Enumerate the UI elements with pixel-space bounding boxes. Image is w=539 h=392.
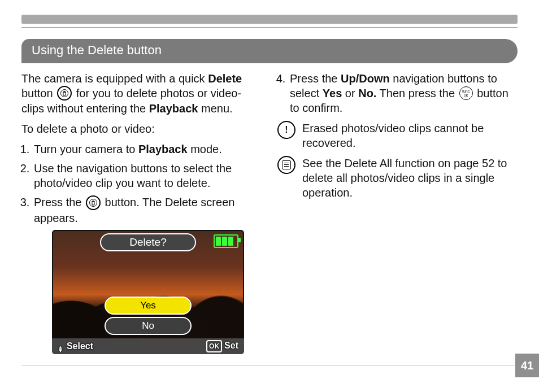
- warning-icon: !: [277, 121, 295, 139]
- trash-icon: [86, 195, 101, 210]
- steps-list: Turn your camera to Playback mode. Use t…: [21, 142, 262, 225]
- lcd-bottom-bar: ▲▼Select OKSet: [52, 338, 244, 354]
- footer-rule: [21, 365, 515, 365]
- warning-note: ! Erased photos/video clips cannot be re…: [277, 121, 518, 150]
- trash-icon: [57, 86, 72, 101]
- up-down-icon: ▲▼: [58, 346, 63, 352]
- header-bar: [21, 15, 518, 24]
- page-number-tab: 41: [515, 354, 539, 377]
- info-note: See the Delete All function on page 52 t…: [277, 156, 518, 200]
- set-hint: OKSet: [206, 340, 238, 353]
- manual-page: Using the Delete button The camera is eq…: [0, 0, 539, 392]
- step-1: Turn your camera to Playback mode.: [33, 142, 262, 156]
- option-no: No: [105, 317, 192, 335]
- header-rule: [21, 27, 518, 28]
- intro-paragraph: The camera is equipped with a quick Dele…: [21, 71, 262, 116]
- func-ok-icon: funcok: [459, 86, 473, 100]
- dialog-title: Delete?: [100, 233, 196, 251]
- ok-icon: OK: [206, 340, 222, 352]
- warning-text: Erased photos/video clips cannot be reco…: [302, 121, 518, 150]
- right-column: Press the Up/Down navigation buttons to …: [277, 71, 518, 354]
- select-hint: ▲▼Select: [58, 341, 93, 352]
- step-4: Press the Up/Down navigation buttons to …: [289, 71, 518, 116]
- content-columns: The camera is equipped with a quick Dele…: [21, 71, 518, 354]
- info-text: See the Delete All function on page 52 t…: [302, 156, 518, 200]
- camera-screen-preview: Delete? Yes No ▲▼Select OKSet: [52, 230, 244, 354]
- steps-list-cont: Press the Up/Down navigation buttons to …: [277, 71, 518, 116]
- option-yes: Yes: [105, 297, 192, 315]
- section-heading: Using the Delete button: [21, 39, 518, 63]
- lead-text: To delete a photo or video:: [21, 121, 262, 136]
- left-column: The camera is equipped with a quick Dele…: [21, 71, 262, 354]
- battery-icon: [214, 234, 238, 248]
- page-number: 41: [521, 358, 533, 373]
- note-icon: [277, 156, 295, 174]
- step-2: Use the navigation buttons to select the…: [33, 161, 262, 190]
- step-3: Press the button. The Delete screen appe…: [33, 195, 262, 225]
- section-heading-text: Using the Delete button: [32, 43, 162, 57]
